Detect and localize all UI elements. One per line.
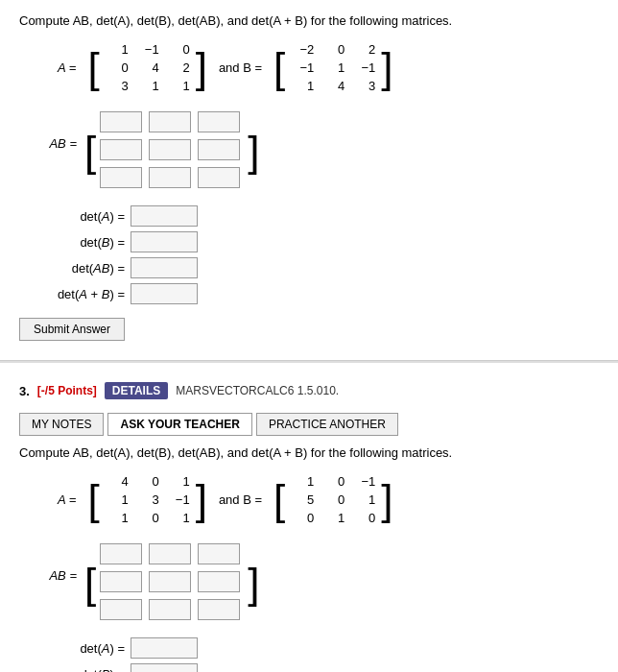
p2-a12: −1	[165, 492, 192, 508]
p2-ab-input-11[interactable]	[149, 571, 191, 592]
ab-input-02[interactable]	[198, 111, 240, 132]
ab-input-10[interactable]	[100, 139, 142, 160]
a02: 0	[165, 41, 192, 58]
problem2-matrices-row: A = [ 4 0 1 1 3 −1 1 0 1 ] and B = [ 1 0…	[58, 471, 599, 528]
problem1-section: Compute AB, det(A), det(B), det(AB), and…	[0, 0, 618, 361]
tab-ask-teacher[interactable]: ASK YOUR TEACHER	[107, 413, 251, 436]
p2-a01: 0	[134, 473, 161, 490]
ab-input-12[interactable]	[198, 139, 240, 160]
bracket-right-2b: ]	[381, 479, 392, 521]
bracket-left-2b: [	[273, 479, 285, 521]
problem2-det-section: det(A) = det(B) = det(AB) = det(A + B) =	[38, 637, 599, 672]
bracket-left-1ab: [	[84, 131, 96, 173]
det-a-row: det(A) =	[38, 205, 599, 227]
p2-b22: 0	[350, 510, 377, 526]
problem2-number: 3.	[19, 384, 30, 398]
tab-my-notes[interactable]: MY NOTES	[19, 413, 104, 436]
problem2-ab-grid-container: [ ]	[84, 541, 259, 626]
tab-practice-another[interactable]: PRACTICE ANOTHER	[256, 413, 398, 436]
problem2-matrix-a-label: A =	[58, 492, 76, 507]
bracket-right-1a: ]	[196, 47, 207, 89]
problem2-matrix-b: [ 1 0 −1 5 0 1 0 1 0 ]	[273, 471, 392, 528]
p2-ab-input-02[interactable]	[198, 543, 240, 564]
problem1-ab-grid-container: [ ]	[84, 109, 259, 194]
p2-a20: 1	[104, 510, 131, 526]
problem1-ab-label: AB =	[38, 109, 77, 151]
a22: 1	[165, 78, 192, 94]
a20: 3	[104, 78, 131, 94]
problem1-ab-section: AB = [ ]	[38, 109, 599, 194]
bracket-left-2ab: [	[84, 563, 96, 605]
det-ab-label: det(AB) =	[38, 261, 125, 276]
p2-ab-input-01[interactable]	[149, 543, 191, 564]
det-a-label: det(A) =	[38, 209, 125, 224]
ab-input-20[interactable]	[100, 167, 142, 188]
det-ab-input[interactable]	[131, 257, 198, 278]
p2-a00: 4	[104, 473, 131, 490]
p2-ab-input-21[interactable]	[149, 599, 191, 620]
ab-input-22[interactable]	[198, 167, 240, 188]
p2-a11: 3	[134, 492, 161, 508]
b00: −2	[289, 41, 316, 58]
p2-ab-input-22[interactable]	[198, 599, 240, 620]
matrix-b-cells: −2 0 2 −1 1 −1 1 4 3	[285, 39, 381, 96]
p2-ab-input-12[interactable]	[198, 571, 240, 592]
det-b-label: det(B) =	[38, 235, 125, 250]
bracket-right-1ab: ]	[248, 131, 259, 173]
p2-det-a-row: det(A) =	[38, 637, 599, 659]
det-a-input[interactable]	[131, 205, 198, 227]
problem1-ab-grid	[96, 109, 248, 194]
p2-b20: 0	[289, 510, 316, 526]
ab-input-21[interactable]	[149, 167, 191, 188]
and-text-1: and B =	[219, 60, 262, 75]
p2-ab-input-00[interactable]	[100, 543, 142, 564]
ab-input-11[interactable]	[149, 139, 191, 160]
problem1-matrix-a: [ 1 −1 0 0 4 2 3 1 1 ]	[87, 39, 206, 96]
and-text-2: and B =	[219, 492, 262, 507]
problem2-points: [-/5 Points]	[37, 384, 97, 397]
problem2-code: MARSVECTORCALC6 1.5.010.	[176, 384, 339, 397]
a11: 4	[134, 60, 161, 76]
det-apb-input[interactable]	[131, 283, 198, 304]
matrix-a-cells-2: 4 0 1 1 3 −1 1 0 1	[100, 471, 196, 528]
p2-b00: 1	[289, 473, 316, 490]
p2-det-a-label: det(A) =	[38, 641, 125, 656]
b20: 1	[289, 78, 316, 94]
p2-b02: −1	[350, 473, 377, 490]
ab-input-00[interactable]	[100, 111, 142, 132]
det-ab-row: det(AB) =	[38, 257, 599, 278]
bracket-right-2a: ]	[196, 479, 207, 521]
problem1-text: Compute AB, det(A), det(B), det(AB), and…	[19, 13, 599, 28]
tabs-row: MY NOTES ASK YOUR TEACHER PRACTICE ANOTH…	[19, 413, 599, 436]
problem2-ab-label: AB =	[38, 541, 77, 583]
p2-b11: 0	[320, 492, 346, 508]
p2-a10: 1	[104, 492, 131, 508]
b10: −1	[289, 60, 316, 76]
p2-a21: 0	[134, 510, 161, 526]
bracket-left-1b: [	[273, 47, 285, 89]
p2-b01: 0	[320, 473, 346, 490]
problem2-ab-section: AB = [ ]	[38, 541, 599, 626]
det-b-row: det(B) =	[38, 231, 599, 252]
b22: 3	[350, 78, 377, 94]
matrix-a-cells: 1 −1 0 0 4 2 3 1 1	[100, 39, 196, 96]
problem2-text: Compute AB, det(A), det(B), det(AB), and…	[19, 445, 599, 460]
bracket-left-2a: [	[87, 479, 99, 521]
a10: 0	[104, 60, 131, 76]
problem1-matrix-a-label: A =	[58, 60, 76, 75]
ab-input-01[interactable]	[149, 111, 191, 132]
bracket-right-1b: ]	[381, 47, 392, 89]
det-apb-label: det(A + B) =	[38, 287, 125, 301]
p2-a02: 1	[165, 473, 192, 490]
det-b-input[interactable]	[131, 231, 198, 252]
p2-det-b-input[interactable]	[131, 663, 198, 672]
a00: 1	[104, 41, 131, 58]
bracket-right-2ab: ]	[248, 563, 259, 605]
p2-det-a-input[interactable]	[131, 637, 198, 659]
p2-ab-input-20[interactable]	[100, 599, 142, 620]
b21: 4	[320, 78, 346, 94]
submit-button-1[interactable]: Submit Answer	[19, 318, 125, 341]
p2-ab-input-10[interactable]	[100, 571, 142, 592]
a12: 2	[165, 60, 192, 76]
det-apb-row: det(A + B) =	[38, 283, 599, 304]
